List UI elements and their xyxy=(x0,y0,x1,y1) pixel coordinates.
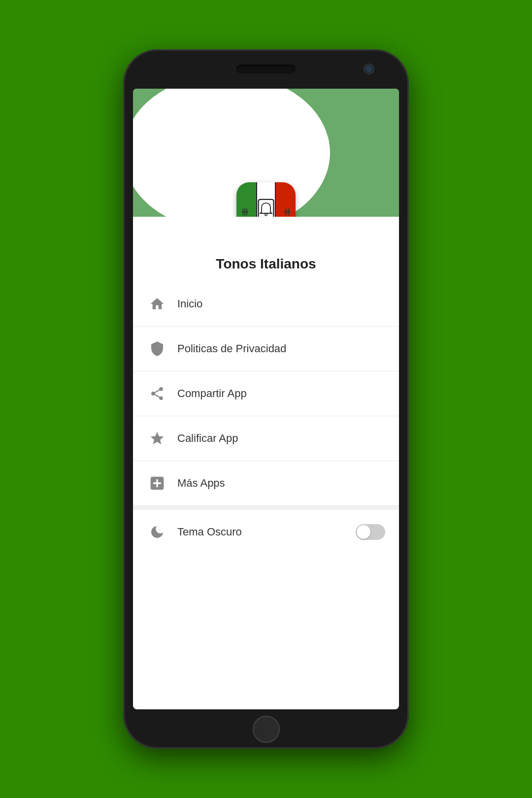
menu-item-mas-apps[interactable]: Más Apps xyxy=(133,461,399,506)
dark-mode-toggle[interactable] xyxy=(356,524,385,540)
phone-bottom-bar xyxy=(123,709,409,749)
plus-box-icon xyxy=(147,473,167,494)
camera-dot xyxy=(364,64,374,74)
phone-top-bar xyxy=(123,49,409,89)
speaker-grille xyxy=(236,65,296,73)
wave-left-icon: ⧻ xyxy=(240,205,249,217)
bell-icon xyxy=(254,199,278,217)
moon-icon xyxy=(147,522,167,542)
shield-icon xyxy=(147,338,167,359)
app-title: Tonos Italianos xyxy=(133,256,399,272)
star-icon xyxy=(147,428,167,449)
menu-label-mas-apps: Más Apps xyxy=(177,477,385,490)
toggle-knob xyxy=(357,525,370,539)
app-icon-container: ⧻ ⧺ xyxy=(236,182,296,217)
home-button[interactable] xyxy=(253,716,280,743)
menu-item-inicio[interactable]: Inicio xyxy=(133,282,399,327)
menu-label-privacidad: Politicas de Privacidad xyxy=(177,342,385,355)
section-divider xyxy=(133,506,399,510)
menu-label-compartir: Compartir App xyxy=(177,387,385,400)
app-icon: ⧻ ⧺ xyxy=(236,182,296,217)
wave-right-icon: ⧺ xyxy=(283,205,292,217)
screen-header: ⧻ ⧺ xyxy=(133,89,399,217)
header-curve xyxy=(133,89,330,217)
menu-list: Inicio Politicas de Privacidad Com xyxy=(133,282,399,559)
phone-frame: ⧻ ⧺ xyxy=(123,49,409,749)
app-title-area: Tonos Italianos xyxy=(133,217,399,272)
menu-item-privacidad[interactable]: Politicas de Privacidad xyxy=(133,327,399,371)
menu-item-calificar[interactable]: Calificar App xyxy=(133,416,399,461)
menu-label-calificar: Calificar App xyxy=(177,432,385,445)
svg-rect-0 xyxy=(259,200,274,217)
menu-item-tema-oscuro[interactable]: Tema Oscuro xyxy=(133,510,399,554)
menu-label-inicio: Inicio xyxy=(177,298,385,310)
phone-screen: ⧻ ⧺ xyxy=(133,89,399,709)
menu-label-tema-oscuro: Tema Oscuro xyxy=(177,526,356,538)
menu-item-compartir[interactable]: Compartir App xyxy=(133,371,399,416)
share-icon xyxy=(147,383,167,404)
home-icon xyxy=(147,294,167,314)
